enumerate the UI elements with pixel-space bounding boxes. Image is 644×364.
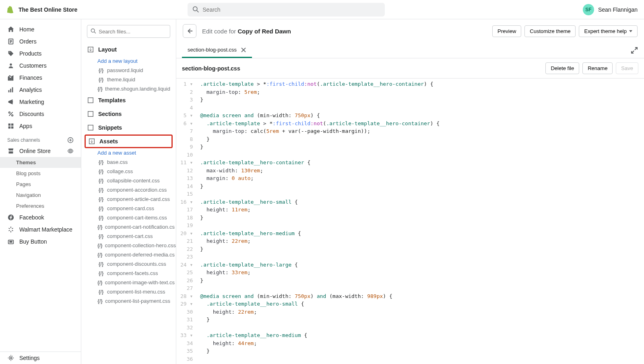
expert-help-label: Expert theme help — [584, 28, 627, 34]
file-item[interactable]: {/}component-list-menu.css — [81, 287, 176, 296]
home-icon — [7, 26, 14, 33]
folder-assets[interactable]: Assets — [85, 134, 173, 148]
nav-item-apps[interactable]: Apps — [0, 120, 81, 132]
expand-button[interactable] — [625, 43, 644, 58]
file-item[interactable]: {/}component-facets.css — [81, 269, 176, 278]
tab-label: section-blog-post.css — [188, 47, 237, 53]
file-item[interactable]: {/}component-collection-hero.css — [81, 241, 176, 250]
file-item[interactable]: {/}component-discounts.css — [81, 259, 176, 269]
preview-button[interactable]: Preview — [492, 25, 521, 37]
nav-item-discounts[interactable]: Discounts — [0, 108, 81, 120]
file-item[interactable]: {/}component-article-card.css — [81, 194, 176, 204]
nav-label: Discounts — [19, 111, 44, 117]
code-file-icon: {/} — [97, 196, 105, 202]
back-button[interactable] — [183, 24, 196, 38]
nav-sub-navigation[interactable]: Navigation — [0, 190, 81, 201]
add-layout-link[interactable]: Add a new layout — [81, 56, 176, 66]
nav-channel-buy-button[interactable]: Buy Button — [0, 236, 81, 248]
nav-sub-pages[interactable]: Pages — [0, 179, 81, 190]
svg-rect-16 — [11, 126, 13, 128]
folder-layout[interactable]: Layout — [81, 43, 176, 56]
file-item[interactable]: {/}component-card.css — [81, 204, 176, 213]
add-asset-link[interactable]: Add a new asset — [81, 148, 176, 157]
nav-item-customers[interactable]: Customers — [0, 60, 81, 72]
svg-rect-8 — [10, 89, 11, 92]
nav-item-finances[interactable]: Finances — [0, 72, 81, 84]
nav-channel-walmart-marketplace[interactable]: Walmart Marketplace — [0, 223, 81, 236]
file-search-input[interactable] — [99, 29, 167, 35]
nav-sub-blog-posts[interactable]: Blog posts — [0, 168, 81, 179]
nav-label: Analytics — [19, 87, 42, 93]
folder-sections[interactable]: Sections — [81, 107, 176, 121]
store-icon — [7, 147, 14, 155]
code-content[interactable]: .article-template > *:first-child:not(.a… — [196, 79, 444, 364]
svg-line-26 — [94, 32, 96, 33]
nav-item-marketing[interactable]: Marketing — [0, 96, 81, 108]
marketing-icon — [7, 98, 14, 105]
svg-rect-14 — [11, 124, 13, 126]
edit-theme-name: Copy of Red Dawn — [237, 28, 291, 35]
nav-sub-themes[interactable]: Themes — [0, 157, 81, 168]
store-name[interactable]: The Best Online Store — [19, 6, 77, 13]
delete-file-button[interactable]: Delete file — [545, 62, 579, 74]
nav-label: Products — [19, 50, 41, 57]
nav-item-products[interactable]: Products — [0, 48, 81, 60]
svg-rect-9 — [12, 87, 13, 93]
edit-title: Edit code for Copy of Red Dawn — [202, 28, 291, 35]
nav-item-analytics[interactable]: Analytics — [0, 84, 81, 96]
file-item[interactable]: {/}component-cart-notification.cs — [81, 222, 176, 232]
file-sidebar: Layout Add a new layout {/}password.liqu… — [81, 19, 176, 364]
file-name: component-cart.css — [107, 233, 153, 239]
nav-label: Home — [19, 26, 34, 33]
nav-sub-preferences[interactable]: Preferences — [0, 201, 81, 211]
filebar-name: section-blog-post.css — [182, 65, 240, 72]
file-item[interactable]: {/}component-image-with-text.cs — [81, 278, 176, 287]
file-item[interactable]: {/}base.css — [81, 157, 176, 167]
file-item[interactable]: {/}collage.css — [81, 167, 176, 176]
nav-channel-facebook[interactable]: Facebook — [0, 211, 81, 223]
nav-item-home[interactable]: Home — [0, 23, 81, 35]
file-item[interactable]: {/}collapsible-content.css — [81, 176, 176, 185]
folder-templates[interactable]: Templates — [81, 93, 176, 107]
global-search[interactable] — [188, 3, 385, 17]
file-item[interactable]: {/}password.liquid — [81, 66, 176, 75]
nav-label: Facebook — [19, 214, 44, 221]
file-item[interactable]: {/}component-deferred-media.cs — [81, 250, 176, 259]
code-editor[interactable]: 1 ▾2 3 4 5 ▾6 ▾7 8 9 10 11 ▾12 13 14 15 … — [176, 79, 644, 364]
rename-button[interactable]: Rename — [582, 62, 613, 74]
file-item[interactable]: {/}component-list-payment.css — [81, 296, 176, 306]
search-icon — [91, 28, 96, 35]
file-item[interactable]: {/}theme.liquid — [81, 75, 176, 84]
search-input[interactable] — [202, 6, 380, 13]
nav-item-orders[interactable]: Orders — [0, 35, 81, 48]
file-item[interactable]: {/}theme.shogun.landing.liquid — [81, 84, 176, 93]
file-name: base.css — [107, 159, 128, 165]
avatar[interactable]: SF — [583, 4, 594, 15]
editor-header: Edit code for Copy of Red Dawn Preview C… — [176, 19, 644, 43]
user-name[interactable]: Sean Flannigan — [598, 6, 638, 13]
file-item[interactable]: {/}component-cart-items.css — [81, 213, 176, 222]
nav-label: Customers — [19, 62, 47, 69]
file-name: component-article-card.css — [107, 196, 170, 202]
expert-help-button[interactable]: Expert theme help — [579, 25, 638, 37]
file-item[interactable]: {/}component-accordion.css — [81, 185, 176, 194]
customize-button[interactable]: Customize theme — [524, 25, 576, 37]
add-channel-icon[interactable] — [67, 137, 74, 143]
nav-label: Apps — [19, 123, 32, 129]
nav-online-store[interactable]: Online Store — [0, 145, 81, 157]
file-item[interactable]: {/}component-cart.css — [81, 232, 176, 241]
svg-rect-6 — [12, 76, 13, 80]
code-file-icon: {/} — [97, 159, 105, 165]
nav-settings[interactable]: Settings — [0, 352, 81, 364]
folder-snippets[interactable]: Snippets — [81, 121, 176, 134]
file-search[interactable] — [87, 25, 170, 38]
leftnav: HomeOrdersProductsCustomersFinancesAnaly… — [0, 19, 81, 364]
nav-label: Marketing — [19, 99, 44, 105]
file-name: theme.shogun.landing.liquid — [105, 86, 170, 92]
orders-icon — [7, 38, 14, 45]
view-store-icon[interactable] — [67, 148, 74, 154]
svg-line-12 — [9, 112, 13, 116]
svg-rect-23 — [10, 241, 12, 242]
close-icon[interactable] — [241, 47, 246, 53]
tab-active[interactable]: section-blog-post.css — [182, 43, 252, 58]
